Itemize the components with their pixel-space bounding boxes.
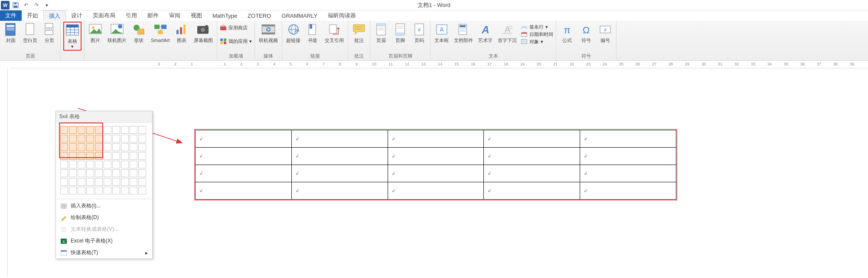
table-cell[interactable]: ↲	[196, 165, 292, 182]
table-grid-cell[interactable]	[95, 135, 103, 142]
table-grid-cell[interactable]	[69, 135, 77, 142]
table-grid-cell[interactable]	[138, 178, 146, 186]
table-grid-cell[interactable]	[86, 178, 94, 186]
table-grid-cell[interactable]	[104, 152, 111, 160]
table-grid-cell[interactable]	[60, 152, 68, 160]
table-grid-cell[interactable]	[121, 161, 129, 168]
table-grid-cell[interactable]	[112, 135, 120, 142]
table-grid-cell[interactable]	[112, 169, 120, 177]
table-grid-cell[interactable]	[104, 178, 111, 186]
tab-home[interactable]: 开始	[22, 10, 43, 21]
tab-mailings[interactable]: 邮件	[142, 10, 164, 21]
page-number-button[interactable]: #页码	[411, 22, 427, 44]
table-cell[interactable]: ↲	[484, 148, 580, 165]
table-grid-cell[interactable]	[112, 152, 120, 160]
horizontal-ruler[interactable]: 3211234567891011121314151617181920212223…	[10, 61, 868, 68]
table-grid-cell[interactable]	[104, 161, 111, 168]
table-cell[interactable]: ↲	[291, 130, 388, 148]
table-cell[interactable]: ↲	[388, 148, 484, 165]
table-cell[interactable]: ↲	[388, 182, 484, 200]
table-grid-cell[interactable]	[60, 161, 68, 168]
table-grid-cell[interactable]	[60, 143, 68, 151]
table-grid-cell[interactable]	[104, 126, 111, 134]
table-grid-cell[interactable]	[78, 152, 85, 160]
table-grid-cell[interactable]	[86, 135, 94, 142]
table-grid-cell[interactable]	[130, 152, 137, 160]
table-grid-cell[interactable]	[86, 161, 94, 168]
tab-foxit[interactable]: 福昕阅读器	[323, 10, 361, 21]
table-grid-cell[interactable]	[78, 126, 85, 134]
tab-references[interactable]: 引用	[121, 10, 142, 21]
table-grid-cell[interactable]	[130, 135, 137, 142]
tab-design[interactable]: 设计	[66, 10, 88, 21]
cross-reference-button[interactable]: 交叉引用	[323, 22, 345, 44]
bookmark-button[interactable]: 书签	[304, 22, 321, 44]
table-grid-cell[interactable]	[138, 187, 146, 194]
table-grid-cell[interactable]	[95, 126, 103, 134]
excel-spreadsheet-menu-item[interactable]: XExcel 电子表格(X)	[56, 235, 152, 247]
table-grid-cell[interactable]	[138, 126, 146, 134]
table-grid-cell[interactable]	[121, 152, 129, 160]
table-grid-cell[interactable]	[86, 187, 94, 194]
table-cell[interactable]: ↲	[196, 182, 292, 200]
table-grid-cell[interactable]	[121, 187, 129, 194]
table-cell[interactable]: ↲	[291, 165, 388, 182]
tab-insert[interactable]: 插入	[43, 10, 66, 21]
tab-file[interactable]: 文件	[0, 10, 22, 21]
table-grid-cell[interactable]	[121, 143, 129, 151]
table-grid-cell[interactable]	[95, 187, 103, 194]
table-grid-cell[interactable]	[121, 169, 129, 177]
table-grid-cell[interactable]	[130, 143, 137, 151]
table-grid-cell[interactable]	[69, 126, 77, 134]
screenshot-button[interactable]: 屏幕截图	[193, 22, 214, 44]
object-button[interactable]: 对象 ▾	[521, 38, 553, 45]
table-grid-cell[interactable]	[95, 161, 103, 168]
table-grid-cell[interactable]	[78, 135, 85, 142]
tab-zotero[interactable]: ZOTERO	[242, 10, 276, 21]
table-grid-cell[interactable]	[78, 143, 85, 151]
table-grid-cell[interactable]	[69, 169, 77, 177]
table-cell[interactable]: ↲	[580, 182, 676, 200]
my-apps-button[interactable]: 我的应用 ▾	[220, 38, 252, 45]
save-button[interactable]	[11, 1, 20, 10]
number-button[interactable]: #编号	[597, 22, 613, 44]
table-grid-cell[interactable]	[86, 152, 94, 160]
online-picture-button[interactable]: 联机图片	[106, 22, 128, 44]
vertical-ruler[interactable]	[0, 68, 8, 276]
textbox-button[interactable]: A文本框	[433, 22, 450, 44]
tab-grammarly[interactable]: GRAMMARLY	[276, 10, 323, 21]
table-grid-cell[interactable]	[95, 152, 103, 160]
table-grid-cell[interactable]	[60, 169, 68, 177]
table-cell[interactable]: ↲	[580, 130, 676, 148]
online-video-button[interactable]: 联机视频	[258, 22, 279, 44]
table-cell[interactable]: ↲	[580, 148, 676, 165]
table-grid-cell[interactable]	[69, 161, 77, 168]
table-grid-cell[interactable]	[130, 178, 137, 186]
redo-button[interactable]: ↷	[32, 1, 41, 10]
table-cell[interactable]: ↲	[484, 165, 580, 182]
table-cell[interactable]: ↲	[484, 130, 580, 148]
page-break-button[interactable]: 分页	[41, 22, 58, 44]
qat-customize[interactable]: ▾	[42, 1, 51, 10]
table-grid-cell[interactable]	[138, 169, 146, 177]
quick-tables-menu-item[interactable]: 快速表格(T)▸	[56, 247, 152, 259]
signature-line-button[interactable]: 签名行 ▾	[521, 23, 553, 30]
table-cell[interactable]: ↲	[291, 148, 388, 165]
table-grid-cell[interactable]	[138, 135, 146, 142]
date-time-button[interactable]: 日期和时间	[521, 31, 553, 38]
table-grid-cell[interactable]	[60, 178, 68, 186]
table-cell[interactable]: ↲	[484, 182, 580, 200]
smartart-button[interactable]: SmartArt	[150, 22, 171, 44]
table-cell[interactable]: ↲	[291, 182, 388, 200]
inserted-table[interactable]: ↲↲↲↲↲↲↲↲↲↲↲↲↲↲↲↲↲↲↲↲	[195, 130, 676, 200]
table-grid-cell[interactable]	[130, 161, 137, 168]
table-grid-cell[interactable]	[86, 169, 94, 177]
table-grid-cell[interactable]	[78, 187, 85, 194]
table-grid-cell[interactable]	[78, 161, 85, 168]
cover-page-button[interactable]: 封面	[3, 22, 19, 44]
table-grid-cell[interactable]	[138, 152, 146, 160]
table-grid-cell[interactable]	[69, 187, 77, 194]
table-grid-cell[interactable]	[95, 143, 103, 151]
undo-button[interactable]: ↶	[22, 1, 30, 10]
insert-table-menu-item[interactable]: 插入表格(I)...	[56, 200, 152, 212]
